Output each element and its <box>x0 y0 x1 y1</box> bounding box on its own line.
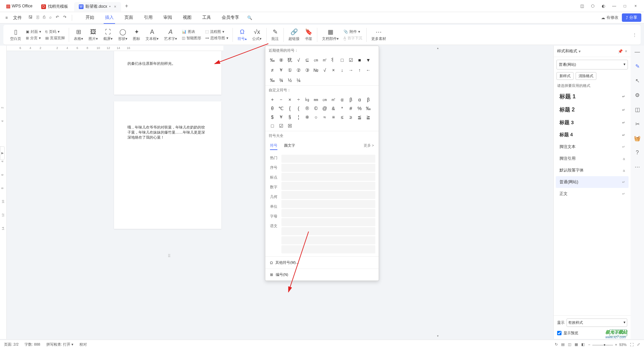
show-styles-select[interactable]: 有效样式 ▾ <box>567 318 627 327</box>
symbol-cell[interactable]: # <box>346 104 355 113</box>
clear-format-button[interactable]: 清除格式 <box>576 72 596 80</box>
ribbon-collapse-icon[interactable]: ⋮ <box>633 33 637 37</box>
symbol-cell[interactable]: ® <box>303 104 312 113</box>
modified-indicator[interactable]: ☁ 有修改 <box>601 15 619 20</box>
symbol-category[interactable]: 语文 <box>269 223 279 229</box>
ribbon-table[interactable]: ⊞表格▾ <box>71 28 86 41</box>
window-panel-icon[interactable]: ◫ <box>580 4 584 8</box>
symbol-category[interactable]: 字母 <box>269 213 279 219</box>
ribbon-symbol[interactable]: Ω符号▴ <box>235 28 250 41</box>
tab-tools[interactable]: 工具 <box>201 12 212 24</box>
symbol-tab-emoji[interactable]: 颜文字 <box>284 143 295 150</box>
symbol-cell[interactable]: ← <box>364 66 373 74</box>
zoom-value[interactable]: 93% <box>619 343 627 347</box>
symbol-cell[interactable]: β <box>364 95 373 104</box>
tab-start[interactable]: 开始 <box>84 12 96 24</box>
symbol-cell[interactable]: ⑧ <box>277 56 285 64</box>
tab-review[interactable]: 审阅 <box>162 12 173 24</box>
ribbon-page-num[interactable]: ⎗页码▾ <box>45 29 65 34</box>
ribbon-bookmark[interactable]: 🔖书签 <box>302 28 315 41</box>
symbol-cell[interactable]: θ <box>268 104 277 113</box>
fullscreen-icon[interactable]: ⤢ <box>637 342 640 347</box>
style-item[interactable]: 标题 4↵ <box>556 129 629 141</box>
symbol-cell[interactable]: □ <box>268 121 277 130</box>
symbol-cell[interactable]: ≥ <box>346 113 355 121</box>
ribbon-chart[interactable]: 📊图表 <box>182 29 201 34</box>
symbol-cell[interactable]: ↓ <box>338 66 346 74</box>
symbol-cell[interactable]: § <box>285 113 294 121</box>
symbol-category[interactable]: 标点 <box>269 174 279 181</box>
new-tab-button[interactable]: + <box>122 3 131 9</box>
symbol-cell[interactable]: ￥ <box>277 66 285 74</box>
basket-icon[interactable]: 🧺 <box>634 135 641 142</box>
symbol-tab-symbols[interactable]: 符号 <box>270 143 277 150</box>
window-avatar-icon[interactable]: ◐ <box>601 4 606 8</box>
symbol-cell[interactable]: ≤ <box>338 113 346 121</box>
symbol-category[interactable]: 数字 <box>269 184 279 190</box>
symbol-cell[interactable]: α <box>338 95 346 104</box>
symbol-cell[interactable]: ■ <box>355 56 364 64</box>
symbol-cell[interactable]: % <box>355 104 364 113</box>
ribbon-hyperlink[interactable]: 🔗超链接 <box>286 28 302 41</box>
tab-view[interactable]: 视图 <box>181 12 193 24</box>
symbol-cell[interactable]: ＋ <box>268 95 277 104</box>
tab-reference[interactable]: 引用 <box>143 12 154 24</box>
symbol-cell[interactable]: © <box>312 104 320 113</box>
symbol-cell[interactable]: ㎡ <box>329 95 338 104</box>
symbol-cell[interactable]: ① <box>285 66 294 74</box>
drag-handle-icon[interactable]: ⠿ <box>168 254 171 258</box>
layers-icon[interactable]: ◫ <box>635 106 640 113</box>
symbol-cell[interactable]: ↑ <box>355 66 364 74</box>
symbol-cell[interactable]: ② <box>294 66 303 74</box>
symbol-cell[interactable]: ‰ <box>364 104 373 113</box>
status-spell[interactable]: 拼写检查: 打开 ▾ <box>46 342 73 347</box>
pencil-icon[interactable]: ✎ <box>635 63 640 69</box>
symbol-cell[interactable]: ⊆ <box>303 56 312 64</box>
symbol-cell[interactable]: － <box>277 95 285 104</box>
ribbon-more[interactable]: ⋯更多素材 <box>369 28 389 41</box>
symbol-cell[interactable]: √ <box>320 66 329 74</box>
sidebar-collapse-icon[interactable]: — <box>635 49 640 55</box>
status-words[interactable]: 字数: 888 <box>24 342 40 347</box>
symbol-cell[interactable]: ※ <box>303 113 312 121</box>
new-style-button[interactable]: 新样式 <box>556 72 574 80</box>
symbol-cell[interactable]: ☑ <box>277 121 285 130</box>
ribbon-picture[interactable]: 🖼图片▾ <box>86 28 101 41</box>
preview-icon[interactable]: ⌕ <box>49 15 52 21</box>
symbol-cell[interactable]: ☒ <box>285 121 294 130</box>
ribbon-doc-parts[interactable]: ▦文档部件▾ <box>319 28 341 41</box>
view-read-icon[interactable]: ◧ <box>581 342 585 347</box>
status-page[interactable]: 页面: 2/2 <box>4 342 18 347</box>
window-cube-icon[interactable]: ⬡ <box>590 4 595 8</box>
ribbon-dropcap[interactable]: A̲首字下沉 <box>343 36 362 41</box>
symbol-category[interactable]: 序号 <box>269 164 279 171</box>
symbol-cell[interactable]: → <box>346 66 355 74</box>
zoom-slider[interactable]: ———●—— <box>592 343 613 347</box>
ribbon-flowchart[interactable]: ⬚流程图▾ <box>205 29 228 34</box>
ribbon-blank-page[interactable]: ▯空白页 <box>7 28 24 41</box>
symbol-cell[interactable]: & <box>329 104 338 113</box>
ribbon-textbox[interactable]: A文本框▾ <box>143 28 161 41</box>
more-icon[interactable]: ⋯ <box>635 164 640 170</box>
search-icon[interactable]: 🔍 <box>247 15 252 20</box>
symbol-cell[interactable]: ≈ <box>320 113 329 121</box>
pin-icon[interactable]: 📌 <box>618 49 623 54</box>
symbol-cell[interactable]: 丬 <box>329 56 338 64</box>
close-panel-icon[interactable]: × <box>625 49 627 54</box>
minimize-icon[interactable]: — <box>612 4 616 8</box>
symbol-cell[interactable]: ¾ <box>277 76 285 85</box>
tools-icon[interactable]: ✂ <box>635 121 640 127</box>
ribbon-attachment[interactable]: 📎附件▾ <box>343 29 362 34</box>
ribbon-screenshot[interactable]: ⛶截屏▾ <box>101 28 115 41</box>
symbol-cell[interactable]: β <box>346 95 355 104</box>
maximize-icon[interactable]: □ <box>623 4 627 8</box>
symbol-cell[interactable]: ≡ <box>329 113 338 121</box>
page-1[interactable]: 的秦们永往原新年的别样光。 <box>114 51 221 95</box>
style-item[interactable]: 默认段落字体a <box>556 164 629 176</box>
style-item[interactable]: 正文↵ <box>556 188 629 200</box>
symbol-cell[interactable]: □ <box>338 56 346 64</box>
scroll-down-icon[interactable]: ▾ <box>435 334 440 339</box>
style-item[interactable]: 普通(网站)↵ <box>556 176 629 188</box>
ribbon-equation[interactable]: √x公式▾ <box>250 28 264 41</box>
symbol-cell[interactable]: × <box>285 95 294 104</box>
